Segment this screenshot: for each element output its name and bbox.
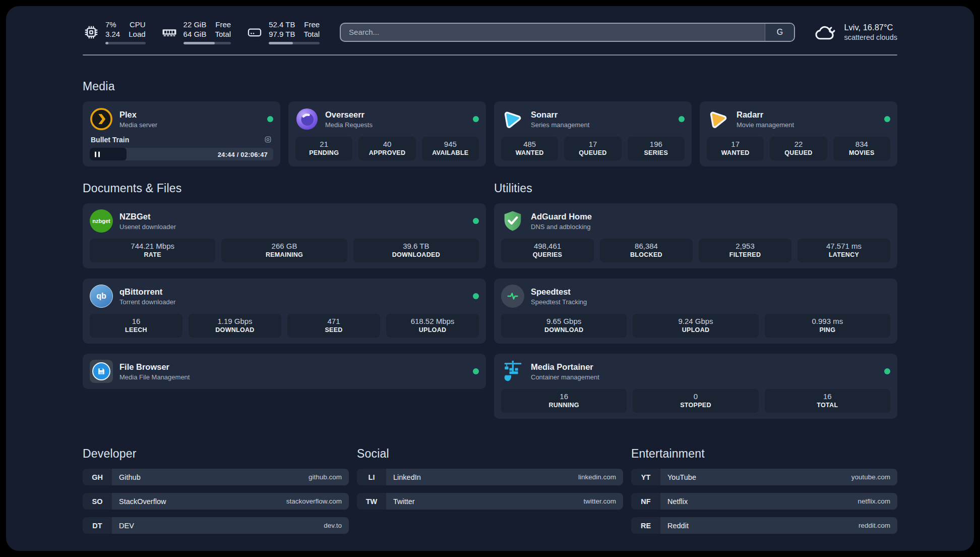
app-description: Torrent downloader — [119, 298, 175, 306]
ram-icon — [161, 24, 178, 41]
stat-download: 1.19 Gbps DOWNLOAD — [189, 314, 281, 338]
disk-total-label: Total — [303, 29, 320, 39]
link-tag: RE — [631, 517, 660, 534]
status-dot — [473, 116, 479, 122]
cpu-progress-track — [105, 42, 146, 44]
link-name: DEV — [119, 522, 134, 530]
link-reddit[interactable]: RE Reddit reddit.com — [631, 517, 897, 534]
card-portainer[interactable]: Media Portainer Container management 16 … — [494, 354, 897, 419]
status-dot — [473, 368, 479, 374]
section-media: Media Plex Media server — [83, 80, 897, 166]
stat-ping: 0.993 ms PING — [765, 314, 890, 338]
link-linkedin[interactable]: LI LinkedIn linkedin.com — [357, 469, 623, 485]
card-nzbget[interactable]: nzbget NZBGet Usenet downloader 744.21 M… — [83, 203, 486, 268]
ram-progress-fill — [183, 42, 215, 44]
link-name: LinkedIn — [393, 473, 421, 481]
radarr-icon — [707, 107, 730, 131]
pause-icon[interactable] — [95, 151, 100, 157]
status-dot — [473, 293, 479, 299]
search-engine-button[interactable]: G — [765, 24, 794, 41]
now-playing-title: Bullet Train — [91, 136, 129, 144]
card-sonarr[interactable]: Sonarr Series management 485 WANTED 17 Q… — [494, 101, 692, 166]
section-title-entertainment: Entertainment — [631, 447, 897, 461]
status-dot — [884, 116, 890, 122]
portainer-icon — [501, 360, 524, 383]
stat-seed: 471 SEED — [287, 314, 380, 338]
link-github[interactable]: GH Github github.com — [83, 469, 349, 485]
app-name: Plex — [119, 110, 157, 120]
link-youtube[interactable]: YT YouTube youtube.com — [631, 469, 897, 485]
app-name: NZBGet — [119, 212, 176, 221]
app-name: AdGuard Home — [531, 212, 592, 221]
ram-free-label: Free — [215, 20, 231, 29]
stat-movies: 834 MOVIES — [833, 137, 890, 160]
overseerr-icon — [295, 107, 319, 131]
link-dev[interactable]: DT DEV dev.to — [83, 517, 349, 534]
filebrowser-icon — [90, 360, 113, 383]
stat-running: 16 RUNNING — [501, 389, 627, 413]
link-url: github.com — [309, 473, 342, 481]
cpu-usage-label: CPU — [129, 20, 145, 29]
card-radarr[interactable]: Radarr Movie management 17 WANTED 22 QUE… — [700, 101, 897, 166]
stat-upload: 9.24 Gbps UPLOAD — [633, 314, 758, 338]
plex-icon — [90, 107, 113, 131]
link-tag: GH — [83, 469, 112, 485]
link-name: Netflix — [667, 497, 688, 506]
ram-progress-track — [183, 42, 231, 44]
link-name: StackOverflow — [119, 497, 166, 506]
link-stackoverflow[interactable]: SO StackOverflow stackoverflow.com — [83, 493, 349, 510]
cpu-load-label: Load — [129, 29, 145, 39]
link-name: Twitter — [393, 497, 415, 506]
link-name: Reddit — [667, 522, 689, 530]
stat-leech: 16 LEECH — [90, 314, 182, 338]
session-settings-icon[interactable] — [264, 135, 272, 144]
section-title-social: Social — [357, 447, 623, 461]
card-filebrowser[interactable]: File Browser Media File Management — [83, 354, 486, 389]
topbar: 7% 3.24 CPU Load — [83, 6, 897, 44]
section-documents: Documents & Files nzbget NZBGet Usenet d… — [83, 182, 486, 389]
header-divider — [83, 54, 897, 55]
playback-time: 24:44 / 02:06:47 — [218, 150, 268, 158]
link-name: Github — [119, 473, 141, 481]
section-utilities: Utilities AdGuard Home — [494, 182, 897, 419]
section-title-documents: Documents & Files — [83, 182, 486, 195]
stat-downloaded: 39.6 TB DOWNLOADED — [353, 239, 479, 262]
link-url: stackoverflow.com — [286, 497, 342, 505]
disk-total-value: 97.9 TB — [269, 29, 295, 39]
card-qbittorrent[interactable]: qb qBittorrent Torrent downloader 16 LEE… — [83, 278, 486, 344]
card-overseerr[interactable]: Overseerr Media Requests 21 PENDING 40 A… — [288, 101, 486, 166]
section-title-utilities: Utilities — [494, 182, 897, 195]
app-description: Media Requests — [325, 121, 373, 129]
playback-progress-bar: 24:44 / 02:06:47 — [90, 148, 273, 160]
disk-progress-track — [269, 42, 320, 44]
disk-icon — [246, 24, 263, 41]
stat-series: 196 SERIES — [628, 137, 685, 160]
status-dot — [679, 116, 685, 122]
link-twitter[interactable]: TW Twitter twitter.com — [357, 493, 623, 510]
app-name: Sonarr — [531, 110, 589, 120]
stat-latency: 47.571 ms LATENCY — [798, 239, 890, 262]
status-dot — [884, 368, 890, 374]
link-name: YouTube — [667, 473, 696, 481]
app-description: Media File Management — [119, 373, 190, 381]
app-description: Usenet downloader — [119, 223, 176, 231]
link-netflix[interactable]: NF Netflix netflix.com — [631, 493, 897, 510]
link-tag: NF — [631, 493, 660, 510]
card-plex[interactable]: Plex Media server Bullet Train — [83, 101, 280, 166]
stat-download: 9.65 Gbps DOWNLOAD — [501, 314, 627, 338]
link-url: youtube.com — [851, 473, 890, 481]
stat-approved: 40 APPROVED — [358, 137, 415, 160]
search-input[interactable] — [341, 24, 765, 41]
card-speedtest[interactable]: Speedtest Speedtest Tracking 9.65 Gbps D… — [494, 278, 897, 344]
stat-blocked: 86,384 BLOCKED — [600, 239, 693, 262]
status-dot — [473, 218, 479, 224]
speedtest-icon — [501, 285, 524, 308]
link-tag: SO — [83, 493, 112, 510]
adguard-icon — [501, 209, 524, 233]
qbittorrent-icon: qb — [90, 285, 113, 308]
link-url: reddit.com — [859, 522, 890, 529]
app-name: File Browser — [119, 362, 190, 372]
section-title-media: Media — [83, 80, 897, 93]
stat-pending: 21 PENDING — [295, 137, 352, 160]
card-adguard[interactable]: AdGuard Home DNS and adblocking 498,461 … — [494, 203, 897, 268]
